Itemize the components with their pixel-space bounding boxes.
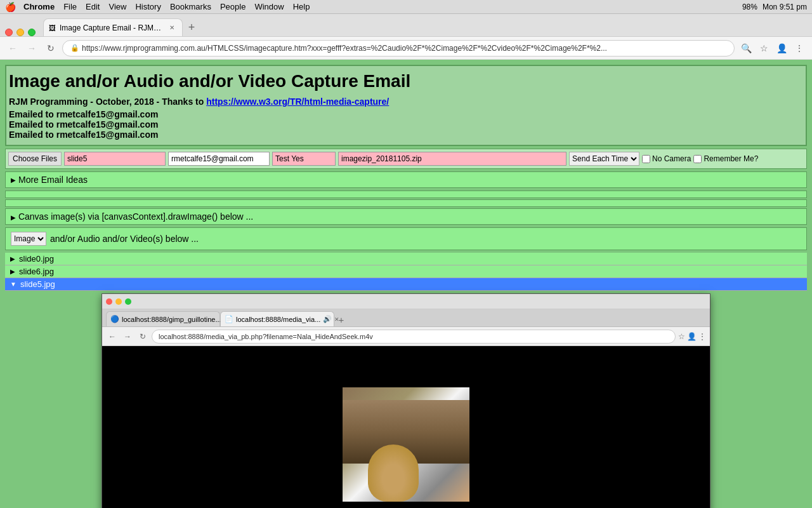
- apple-icon[interactable]: 🍎: [5, 2, 16, 12]
- file-arrow-0: ▶: [10, 255, 15, 262]
- tab-bar: 🖼 Image Capture Email - RJM Pro... ✕ +: [0, 14, 812, 37]
- file-name-1: slide6.jpg: [19, 267, 54, 276]
- reload-btn[interactable]: ↻: [43, 41, 58, 56]
- file-name-0: slide0.jpg: [19, 254, 54, 264]
- inner-account-btn[interactable]: 👤: [687, 332, 697, 341]
- menubar-time: Mon 9:51 pm: [763, 3, 807, 11]
- canvas-label: Canvas image(s) via [canvasContext].draw…: [18, 211, 253, 222]
- inner-forward-btn[interactable]: →: [121, 332, 134, 341]
- inner-tab2-title: localhost:8888/media_via...: [236, 316, 320, 323]
- filename-input[interactable]: [338, 152, 566, 166]
- back-btn[interactable]: ←: [5, 41, 20, 56]
- inner-tab-2[interactable]: 📄 localhost:8888/media_via... 🔊 ✕: [220, 311, 334, 326]
- browser-tab-active[interactable]: 🖼 Image Capture Email - RJM Pro... ✕: [43, 18, 183, 36]
- more-email-label: More Email Ideas: [18, 175, 88, 185]
- inner-video-thumbnail: [343, 387, 469, 502]
- inner-bookmark-btn[interactable]: ☆: [678, 332, 685, 341]
- inner-tab2-audio: 🔊: [323, 315, 332, 323]
- menu-edit[interactable]: Edit: [86, 2, 100, 11]
- spacer-row-1: [5, 190, 807, 198]
- tab-favicon: 🖼: [49, 24, 56, 32]
- media-type-select[interactable]: Image: [11, 232, 46, 246]
- page-content: Image and/or Audio and/or Video Capture …: [0, 60, 812, 508]
- file-list-item-0[interactable]: ▶ slide0.jpg: [5, 253, 807, 265]
- form-row: Choose Files Send Each Time No Camera Re…: [5, 149, 807, 169]
- inner-tab1-title: localhost:8888/gimp_guillotine...: [122, 316, 221, 323]
- inner-close-btn[interactable]: [106, 298, 112, 305]
- video-cat: [368, 444, 419, 502]
- inner-tab1-favicon: 🔵: [110, 315, 119, 323]
- minimize-window-btn[interactable]: [16, 29, 24, 36]
- menu-people[interactable]: People: [220, 2, 246, 11]
- maximize-window-btn[interactable]: [28, 29, 36, 36]
- file-arrow-1: ▶: [10, 268, 15, 275]
- lock-icon: 🔒: [70, 44, 79, 52]
- browser-window: 🖼 Image Capture Email - RJM Pro... ✕ + ←…: [0, 14, 812, 508]
- close-window-btn[interactable]: [5, 29, 13, 36]
- new-tab-btn[interactable]: +: [183, 18, 200, 36]
- subject-input[interactable]: [272, 152, 336, 166]
- file-list-item-2[interactable]: ▼ slide5.jpg: [5, 278, 807, 291]
- inner-video-area: [102, 346, 710, 508]
- video-frame: [343, 387, 469, 502]
- canvas-section[interactable]: ▶ Canvas image(s) via [canvasContext].dr…: [5, 208, 807, 225]
- file-list-item-1[interactable]: ▶ slide6.jpg: [5, 265, 807, 278]
- menu-file[interactable]: File: [63, 2, 77, 11]
- emailed-line-1: Emailed to rmetcalfe15@gmail.com: [9, 109, 803, 119]
- menubar-right: 98% Mon 9:51 pm: [742, 3, 807, 11]
- address-text: https://www.rjmprogramming.com.au/HTMLCS…: [82, 44, 726, 53]
- account-btn[interactable]: 👤: [774, 41, 789, 56]
- credit-link[interactable]: https://www.w3.org/TR/html-media-capture…: [206, 97, 389, 107]
- inner-address-box[interactable]: localhost:8888/media_via_pb.php?filename…: [152, 330, 676, 344]
- inner-minimize-btn[interactable]: [115, 298, 122, 305]
- inner-browser: 🔵 localhost:8888/gimp_guillotine... ✕ 📄 …: [102, 293, 710, 508]
- tab-close-btn[interactable]: ✕: [167, 23, 177, 33]
- menubar-battery: 98%: [742, 3, 757, 11]
- menu-window[interactable]: Window: [254, 2, 284, 11]
- menu-history[interactable]: History: [135, 2, 160, 11]
- page-credit: RJM Programming - October, 2018 - Thanks…: [9, 97, 803, 107]
- search-btn[interactable]: 🔍: [738, 41, 754, 56]
- no-camera-checkbox[interactable]: [642, 155, 650, 163]
- address-actions: 🔍 ☆ 👤 ⋮: [738, 41, 807, 56]
- page-title: Image and/or Audio and/or Video Capture …: [9, 71, 803, 91]
- address-input[interactable]: 🔒 https://www.rjmprogramming.com.au/HTML…: [62, 40, 735, 57]
- file-arrow-2: ▼: [10, 281, 16, 288]
- media-section: Image and/or Audio and/or Video(s) below…: [5, 227, 807, 250]
- mac-menubar: 🍎 Chrome File Edit View History Bookmark…: [0, 0, 812, 14]
- inner-tab2-favicon: 📄: [225, 315, 233, 323]
- emailed-line-2: Emailed to rmetcalfe15@gmail.com: [9, 119, 803, 130]
- forward-btn[interactable]: →: [24, 41, 39, 56]
- inner-tab-1[interactable]: 🔵 localhost:8888/gimp_guillotine... ✕: [106, 311, 220, 326]
- menu-chrome[interactable]: Chrome: [23, 2, 55, 11]
- spacer-row-2: [5, 199, 807, 207]
- emailed-line-3: Emailed to rmetcalfe15@gmail.com: [9, 130, 803, 140]
- inner-address-bar: ← → ↻ localhost:8888/media_via_pb.php?fi…: [102, 327, 710, 346]
- inner-new-tab-btn[interactable]: +: [334, 312, 348, 326]
- more-email-arrow: ▶: [11, 177, 16, 184]
- remember-me-label: Remember Me?: [693, 154, 758, 163]
- menu-view[interactable]: View: [108, 2, 126, 11]
- file-name-input[interactable]: [64, 152, 166, 166]
- inner-maximize-btn[interactable]: [125, 298, 131, 305]
- no-camera-label: No Camera: [642, 154, 691, 163]
- inner-reload-btn[interactable]: ↻: [136, 332, 149, 341]
- menu-help[interactable]: Help: [293, 2, 310, 11]
- page-header: Image and/or Audio and/or Video Capture …: [5, 65, 807, 146]
- file-name-2: slide5.jpg: [20, 279, 55, 289]
- choose-files-btn[interactable]: Choose Files: [8, 152, 62, 166]
- bookmark-btn[interactable]: ☆: [756, 41, 771, 56]
- more-btn[interactable]: ⋮: [792, 41, 807, 56]
- email-input[interactable]: [168, 152, 270, 166]
- inner-tab-bar: 🔵 localhost:8888/gimp_guillotine... ✕ 📄 …: [102, 309, 710, 327]
- tab-title: Image Capture Email - RJM Pro...: [60, 23, 163, 32]
- inner-address-text: localhost:8888/media_via_pb.php?filename…: [159, 333, 373, 340]
- inner-more-btn[interactable]: ⋮: [698, 332, 706, 341]
- inner-back-btn[interactable]: ←: [106, 332, 119, 341]
- send-select[interactable]: Send Each Time: [569, 152, 639, 166]
- remember-me-checkbox[interactable]: [693, 155, 702, 163]
- inner-chrome-bar: [102, 294, 710, 309]
- menu-bookmarks[interactable]: Bookmarks: [170, 2, 211, 11]
- more-email-section[interactable]: ▶ More Email Ideas: [5, 171, 807, 188]
- canvas-arrow: ▶: [11, 214, 16, 221]
